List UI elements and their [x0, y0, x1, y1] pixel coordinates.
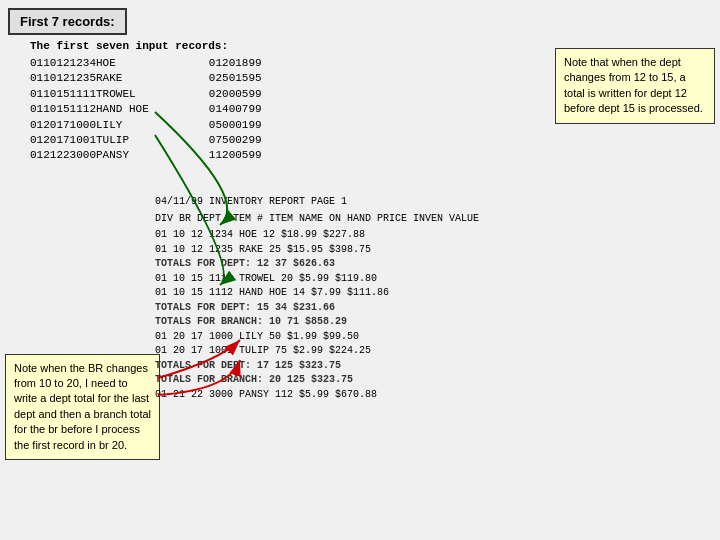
report-data-row: 01 21 22 3000 PANSY 112 $5.99 $670.88: [155, 388, 715, 403]
report-data-row: 01 10 12 1234 HOE 12 $18.99 $227.88: [155, 228, 715, 243]
report-data-row: 01 20 17 1000 LILY 50 $1.99 $99.50: [155, 330, 715, 345]
report-area: 04/11/99 INVENTORY REPORT PAGE 1 DIV BR …: [155, 195, 715, 535]
report-total-row: TOTALS FOR BRANCH: 10 71 $858.29: [155, 315, 715, 330]
report-data-row: 01 20 17 1001 TULIP 75 $2.99 $224.25: [155, 344, 715, 359]
report-date-line: 04/11/99 INVENTORY REPORT PAGE 1: [155, 195, 715, 210]
report-data-row: 01 10 12 1235 RAKE 25 $15.95 $398.75: [155, 243, 715, 258]
record-right-item: 02501595: [209, 71, 262, 86]
report-data-row: 01 10 15 1112 HAND HOE 14 $7.99 $111.86: [155, 286, 715, 301]
record-left-item: 0110121235RAKE: [30, 71, 149, 86]
report-total-row: TOTALS FOR DEPT: 15 34 $231.66: [155, 301, 715, 316]
records-right: 0120189902501595020005990140079905000199…: [209, 56, 262, 164]
report-total-row: TOTALS FOR DEPT: 12 37 $626.63: [155, 257, 715, 272]
record-right-item: 05000199: [209, 118, 262, 133]
record-right-item: 01201899: [209, 56, 262, 71]
note-dept-change: Note that when the dept changes from 12 …: [555, 48, 715, 124]
record-left-item: 0110151112HAND HOE: [30, 102, 149, 117]
record-left-item: 0121223000PANSY: [30, 148, 149, 163]
report-rows: 01 10 12 1234 HOE 12 $18.99 $227.88 01 1…: [155, 228, 715, 402]
records-left: 0110121234HOE0110121235RAKE0110151111TRO…: [30, 56, 149, 164]
report-data-row: 01 10 15 1111 TROWEL 20 $5.99 $119.80: [155, 272, 715, 287]
record-right-item: 11200599: [209, 148, 262, 163]
report-col-header: DIV BR DEPT ITEM # ITEM NAME ON HAND PRI…: [155, 212, 715, 227]
record-right-item: 01400799: [209, 102, 262, 117]
header-title: First 7 records:: [8, 8, 127, 35]
record-left-item: 0120171000LILY: [30, 118, 149, 133]
note-br-change: Note when the BR changes from 10 to 20, …: [5, 354, 160, 460]
record-right-item: 07500299: [209, 133, 262, 148]
record-left-item: 0120171001TULIP: [30, 133, 149, 148]
record-right-item: 02000599: [209, 87, 262, 102]
record-left-item: 0110151111TROWEL: [30, 87, 149, 102]
report-total-row: TOTALS FOR DEPT: 17 125 $323.75: [155, 359, 715, 374]
record-left-item: 0110121234HOE: [30, 56, 149, 71]
report-total-row: TOTALS FOR BRANCH: 20 125 $323.75: [155, 373, 715, 388]
